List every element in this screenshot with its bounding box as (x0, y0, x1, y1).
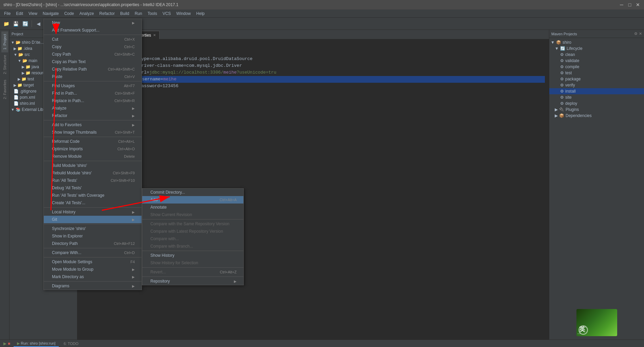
menu-code[interactable]: Code (61, 11, 77, 17)
maven-shiro[interactable]: ▼ 📦 shiro (549, 39, 644, 45)
maven-compile-icon: ⚙ (560, 64, 564, 69)
menu-refactor[interactable]: Refactor (97, 11, 117, 17)
git-repository[interactable]: Repository ▶ (142, 277, 243, 285)
close-button[interactable]: ✕ (635, 2, 641, 7)
git-annotate[interactable]: Annotate (142, 204, 243, 211)
maven-settings-icon[interactable]: ⚙ (634, 32, 638, 36)
ctx-rebuild-module[interactable]: Rebuild Module 'shiro' Ctrl+Shift+F9 (44, 169, 142, 177)
ctx-new[interactable]: New ▶ (44, 19, 142, 26)
ctx-optimize[interactable]: Optimize Imports Ctrl+Alt+O (44, 145, 142, 153)
ctx-build-module[interactable]: Build Module 'shiro' (44, 162, 142, 169)
ctx-cut[interactable]: Cut Ctrl+X (44, 36, 142, 43)
maven-compile[interactable]: ⚙ compile (549, 64, 644, 70)
tree-idea-label: .idea (23, 46, 32, 51)
ctx-copy-path[interactable]: Copy Path Ctrl+Shift+C (44, 51, 142, 58)
minimize-button[interactable]: ─ (619, 2, 624, 7)
maven-install[interactable]: ⚙ install (549, 88, 644, 94)
ctx-analyze[interactable]: Analyze ▶ (44, 104, 142, 112)
ctx-synchronize[interactable]: Synchronize 'shiro' (44, 225, 142, 232)
ctx-copy-relative[interactable]: Copy Relative Path Ctrl+Alt+Shift+C (44, 65, 142, 73)
ctx-reformat[interactable]: Reformat Code Ctrl+Alt+L (44, 138, 142, 145)
menu-view[interactable]: View (26, 11, 40, 17)
ctx-find-path[interactable]: Find in Path... Ctrl+Shift+F (44, 90, 142, 97)
ctx-diagrams[interactable]: Diagrams ▶ (44, 282, 142, 290)
sidebar-tab-favorites[interactable]: 2: Favorites (1, 77, 8, 102)
ctx-move-module-label: Move Module to Group (52, 267, 93, 272)
ctx-show-thumbnails[interactable]: Show Image Thumbnails Ctrl+Shift+T (44, 129, 142, 136)
menu-build[interactable]: Build (117, 11, 132, 17)
bottom-tab-run[interactable]: ▶ Run: shiro [shiro:run] (14, 341, 59, 347)
ctx-mark-directory[interactable]: Mark Directory as ▶ (44, 273, 142, 281)
tab-close-button[interactable]: ✕ (153, 33, 156, 37)
ctx-show-explorer[interactable]: Show in Explorer (44, 232, 142, 240)
ctx-copy[interactable]: Copy Ctrl+C (44, 43, 142, 51)
ctx-git[interactable]: Git ▶ (44, 216, 142, 223)
ctx-find-usages[interactable]: Find Usages Alt+F7 (44, 82, 142, 90)
ctx-find-usages-shortcut: Alt+F7 (124, 84, 135, 88)
ctx-run-coverage[interactable]: Run 'All Tests' with Coverage (44, 192, 142, 199)
git-compare-latest[interactable]: Compare with Latest Repository Version (142, 228, 243, 235)
run-stop-icon[interactable]: ■ (8, 341, 10, 346)
ctx-reformat-label: Reformat Code (52, 139, 79, 144)
maven-deploy-label: deploy (565, 101, 577, 106)
git-revert[interactable]: Revert... Ctrl+Alt+Z (142, 268, 243, 276)
ctx-add-framework[interactable]: Add Framework Support... (44, 26, 142, 34)
git-compare-same[interactable]: Compare with the Same Repository Version (142, 220, 243, 228)
maven-test[interactable]: ⚙ test (549, 70, 644, 76)
ctx-paste[interactable]: Paste Ctrl+V (44, 73, 142, 80)
maven-close-icon[interactable]: ✕ (639, 32, 642, 36)
maven-clean[interactable]: ⚙ clean (549, 52, 644, 58)
git-commit-dir[interactable]: Commit Directory... (142, 189, 243, 196)
ctx-remove-module[interactable]: Remove Module Delete (44, 153, 142, 160)
toolbar-back[interactable]: ◀ (34, 20, 42, 28)
maximize-button[interactable]: □ (627, 2, 632, 7)
ctx-copy-plain[interactable]: Copy as Plain Text (44, 58, 142, 65)
bottom-tab-todo[interactable]: 6: TODO (60, 341, 82, 346)
menu-analyze[interactable]: Analyze (77, 11, 97, 17)
window-controls[interactable]: ─ □ ✕ (619, 2, 641, 7)
menu-vcs[interactable]: VCS (160, 11, 174, 17)
git-compare-branch[interactable]: Compare with Branch... (142, 243, 243, 250)
ctx-refactor[interactable]: Refactor ▶ (44, 112, 142, 119)
menu-help[interactable]: Help (194, 11, 207, 17)
maven-site[interactable]: ⚙ site (549, 94, 644, 100)
maven-package[interactable]: ⚙ package (549, 76, 644, 82)
git-add[interactable]: Add Ctrl+Alt+A (142, 196, 243, 204)
ctx-debug-tests[interactable]: Debug 'All Tests' (44, 184, 142, 192)
sidebar-tab-structure[interactable]: 2: Structure (1, 52, 8, 77)
maven-lifecycle[interactable]: ▼ 🔄 Lifecycle (549, 45, 644, 52)
maven-plugins[interactable]: ▶ 🔌 Plugins (549, 107, 644, 113)
tree-root-label: shiro D:\te... (22, 40, 44, 45)
ctx-move-module[interactable]: Move Module to Group ▶ (44, 266, 142, 273)
context-menu: New ▶ Add Framework Support... Cut Ctrl+… (43, 19, 142, 290)
menu-file[interactable]: File (1, 11, 13, 17)
git-show-current[interactable]: Show Current Revision (142, 211, 243, 218)
ctx-compare[interactable]: Compare With... Ctrl+D (44, 249, 142, 256)
ctx-add-favorites[interactable]: Add to Favorites ▶ (44, 121, 142, 129)
menu-run[interactable]: Run (132, 11, 145, 17)
ctx-directory-path[interactable]: Directory Path Ctrl+Alt+F12 (44, 240, 142, 247)
git-show-history[interactable]: Show History (142, 252, 243, 259)
toolbar-save[interactable]: 💾 (12, 20, 20, 28)
menu-navigate[interactable]: Navigate (40, 11, 61, 17)
ctx-module-settings[interactable]: Open Module Settings F4 (44, 258, 142, 266)
git-show-history-sel[interactable]: Show History for Selection (142, 259, 243, 267)
git-compare-with[interactable]: Compare with... (142, 235, 243, 243)
sidebar-tab-project[interactable]: 1: Project (1, 31, 8, 52)
run-play-icon[interactable]: ▶ (3, 341, 6, 346)
maven-validate[interactable]: ⚙ validate (549, 58, 644, 64)
menu-window[interactable]: Window (173, 11, 194, 17)
menu-edit[interactable]: Edit (13, 11, 26, 17)
toolbar-refresh[interactable]: 🔄 (21, 20, 29, 28)
maven-verify[interactable]: ⚙ verify (549, 82, 644, 88)
ctx-run-tests[interactable]: Run 'All Tests' Ctrl+Shift+F10 (44, 177, 142, 184)
ctx-replace-path[interactable]: Replace in Path... Ctrl+Shift+R (44, 97, 142, 104)
maven-thumbnail-area: 英 • • (549, 306, 644, 340)
maven-deploy[interactable]: ⚙ deploy (549, 100, 644, 107)
ctx-local-history[interactable]: Local History ▶ (44, 208, 142, 216)
ctx-create-tests[interactable]: Create 'All Tests'... (44, 199, 142, 207)
ctx-replace-path-label: Replace in Path... (52, 98, 84, 103)
maven-dependencies[interactable]: ▶ 📦 Dependencies (549, 113, 644, 119)
menu-tools[interactable]: Tools (145, 11, 160, 17)
toolbar-open[interactable]: 📁 (2, 20, 10, 28)
